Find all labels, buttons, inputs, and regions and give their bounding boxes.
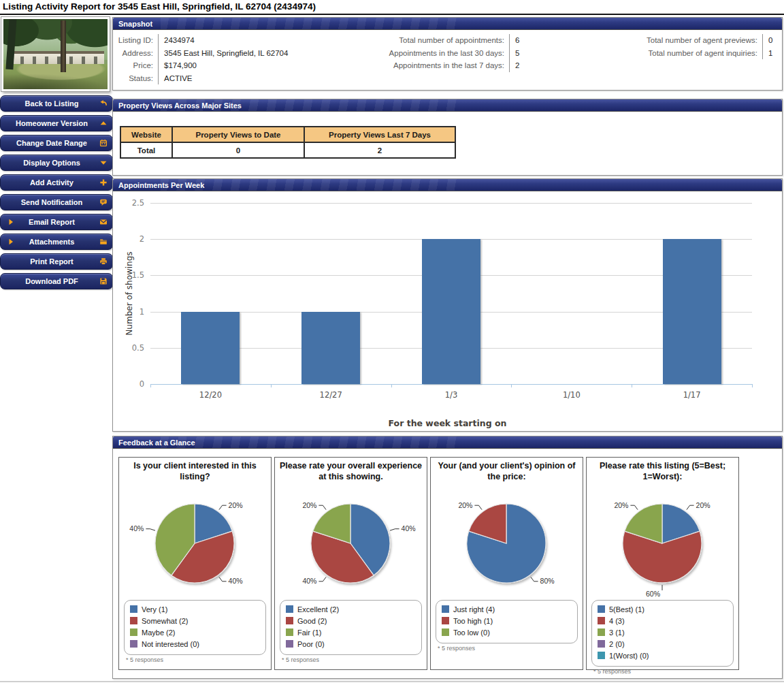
bar-1-17 <box>663 239 721 384</box>
y-axis-tick-label: 1 <box>116 307 144 317</box>
sidebar-button-email-report[interactable]: Email Report <box>0 214 113 230</box>
legend-label: 4 (3) <box>609 617 625 625</box>
feedback-pie-chart: 40%40%20% <box>275 489 427 599</box>
table-column-header: Property Views to Date <box>172 127 304 142</box>
submenu-arrow-icon <box>7 238 15 246</box>
property-views-table: WebsiteProperty Views to DateProperty Vi… <box>120 126 456 159</box>
submenu-arrow-icon <box>7 218 15 226</box>
property-views-panel-header: Property Views Across Major Sites <box>113 99 782 112</box>
appointments-chart-panel-title: Appointments Per Week <box>118 181 204 189</box>
sidebar-button-homeowner-version[interactable]: Homeowner Version <box>0 115 113 131</box>
legend-swatch <box>598 628 605 636</box>
sidebar-button-display-options[interactable]: Display Options <box>0 155 113 171</box>
pie-callout-line <box>390 529 399 530</box>
legend-swatch <box>286 640 293 648</box>
snapshot-field-value: ACTIVE <box>158 72 382 85</box>
chevron-down-icon <box>99 159 108 167</box>
gridline <box>150 203 752 204</box>
pie-callout-line <box>146 529 155 530</box>
page-bottom-divider <box>0 681 784 682</box>
pie-percent-label: 60% <box>646 590 660 598</box>
plus-icon <box>99 178 108 187</box>
x-axis-tick-label: 12/20 <box>176 390 244 400</box>
legend-swatch <box>598 652 605 659</box>
pie-percent-label: 20% <box>229 501 243 509</box>
x-axis-title: For the week starting on <box>113 418 782 428</box>
appointments-bar-chart: Number of showings00.511.522.512/2012/27… <box>113 191 782 431</box>
legend-swatch <box>130 640 137 648</box>
legend-label: Good (2) <box>297 617 327 625</box>
sidebar-button-download-pdf[interactable]: Download PDF <box>0 273 113 289</box>
pie-percent-label: 20% <box>302 501 316 509</box>
pie-callout-line <box>531 577 538 581</box>
feedback-panel: Feedback at a Glance Is your client inte… <box>112 436 783 679</box>
sidebar-button-attachments[interactable]: Attachments <box>0 234 113 250</box>
table-cell: 2 <box>304 142 455 158</box>
snapshot-field-label: Listing ID: <box>117 36 158 44</box>
x-axis-tick-label: 1/17 <box>658 390 726 400</box>
legend-label: Maybe (2) <box>142 628 176 637</box>
sidebar-button-add-activity[interactable]: Add Activity <box>0 174 113 191</box>
legend-item: Fair (1) <box>286 627 416 639</box>
property-views-panel: Property Views Across Major Sites Websit… <box>112 99 783 176</box>
sidebar-button-label: Attachments <box>29 234 84 249</box>
property-views-panel-body: WebsiteProperty Views to DateProperty Vi… <box>113 112 782 175</box>
pie-percent-label: 40% <box>229 577 243 585</box>
table-header-row: WebsiteProperty Views to DateProperty Vi… <box>120 127 455 142</box>
feedback-panel-header: Feedback at a Glance <box>113 436 782 449</box>
legend-label: Excellent (2) <box>297 605 339 614</box>
save-icon <box>99 277 108 285</box>
snapshot-field-label: Total number of appointments: <box>351 36 509 44</box>
legend-label: 1(Worst) (0) <box>609 652 649 660</box>
legend-item: Poor (0) <box>286 639 416 650</box>
x-axis-tick <box>391 384 392 387</box>
y-axis-tick-label: 0.5 <box>116 343 144 353</box>
x-axis-tick <box>271 384 272 387</box>
legend-item: 5(Best) (1) <box>598 604 728 616</box>
appointments-chart-panel: Appointments Per Week Number of showings… <box>112 178 783 432</box>
table-column-header: Property Views Last 7 Days <box>304 127 455 142</box>
responses-note: * 5 responses <box>282 656 427 663</box>
y-axis-title: Number of showings <box>125 232 134 355</box>
snapshot-panel: Snapshot Listing ID:2434974Address:3545 … <box>112 17 783 91</box>
snapshot-field-value: 1 <box>762 47 780 60</box>
feedback-question-panel-1: Is your client interested in this listin… <box>118 457 272 670</box>
sidebar-button-label: Add Activity <box>30 175 83 190</box>
chevron-up-icon <box>99 119 108 127</box>
legend-swatch <box>442 605 449 613</box>
snapshot-panel-body: Listing ID:2434974Address:3545 East Hill… <box>113 30 782 90</box>
pie-legend: 5(Best) (1)4 (3)3 (1)2 (0)1(Worst) (0) <box>591 600 734 667</box>
feedback-question-title: Please rate this listing (5=Best; 1=Wors… <box>587 458 738 489</box>
bar-12-20 <box>181 312 240 384</box>
legend-label: Very (1) <box>142 605 168 614</box>
legend-swatch <box>286 617 293 624</box>
legend-item: 1(Worst) (0) <box>598 650 728 662</box>
appointments-chart-panel-header: Appointments Per Week <box>113 179 782 191</box>
property-photo <box>1 17 110 91</box>
legend-swatch <box>598 605 605 613</box>
legend-item: Somewhat (2) <box>130 616 260 627</box>
sidebar-button-send-notification[interactable]: Send Notification <box>0 194 113 210</box>
x-axis-tick <box>752 384 753 387</box>
table-cell: 0 <box>172 142 304 158</box>
snapshot-agent-stats: Total number of agent previews:0Total nu… <box>604 34 780 59</box>
snapshot-field-value: 3545 East Hill, Springfield, IL 62704 <box>158 47 382 60</box>
y-axis-tick-label: 0 <box>116 379 144 389</box>
sidebar-button-change-date-range[interactable]: Change Date Range <box>0 135 113 151</box>
feedback-question-panel-4: Please rate this listing (5=Best; 1=Wors… <box>586 457 739 670</box>
legend-item: Not interested (0) <box>130 639 260 650</box>
legend-item: Just right (4) <box>442 604 572 616</box>
sidebar-button-label: Change Date Range <box>16 136 97 150</box>
feedback-question-panel-3: Your (and your client's) opinion of the … <box>430 457 583 670</box>
sidebar-button-back-to-listing[interactable]: Back to Listing <box>0 95 113 112</box>
snapshot-field-label: Price: <box>117 61 158 69</box>
sidebar-button-print-report[interactable]: Print Report <box>0 253 113 270</box>
pie-legend: Very (1)Somewhat (2)Maybe (2)Not interes… <box>124 600 266 655</box>
x-axis-tick-label: 1/3 <box>417 390 485 400</box>
legend-item: Very (1) <box>130 604 260 616</box>
feedback-question-title: Your (and your client's) opinion of the … <box>431 458 583 489</box>
table-cell: Total <box>120 142 172 158</box>
legend-swatch <box>286 605 293 613</box>
legend-swatch <box>598 640 605 648</box>
feedback-question-panel-2: Please rate your overall experience at t… <box>274 457 427 670</box>
